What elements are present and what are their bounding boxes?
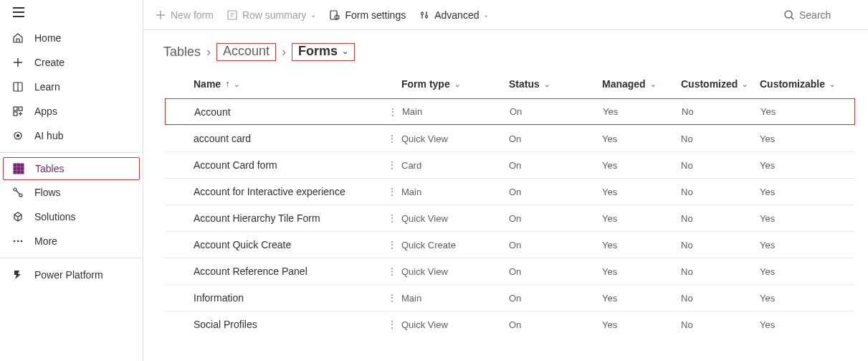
cell-customized: No xyxy=(682,106,760,117)
breadcrumb-root[interactable]: Tables xyxy=(163,44,201,60)
cell-customizable: Yes xyxy=(760,133,831,144)
sidebar-item-powerplatform[interactable]: Power Platform xyxy=(0,263,143,287)
svg-point-16 xyxy=(19,194,22,197)
cell-customized: No xyxy=(681,133,760,144)
sidebar-item-label: Solutions xyxy=(34,211,76,222)
row-more-button[interactable]: ⋮ xyxy=(387,319,401,330)
form-settings-button[interactable]: Form settings xyxy=(329,9,406,21)
ai-icon xyxy=(11,130,24,141)
chevron-down-icon: ⌄ xyxy=(544,80,550,88)
cell-customized: No xyxy=(681,240,760,250)
breadcrumb-account[interactable]: Account xyxy=(216,43,276,61)
cell-name: Social Profiles xyxy=(194,319,387,330)
hamburger-icon[interactable] xyxy=(13,7,24,17)
table-row[interactable]: Account Hierarchy Tile Form⋮Quick ViewOn… xyxy=(165,205,855,231)
svg-point-15 xyxy=(14,188,16,191)
sidebar-item-more[interactable]: More xyxy=(0,229,143,253)
sidebar-item-label: Tables xyxy=(35,163,64,174)
svg-rect-2 xyxy=(19,107,22,111)
column-form-type[interactable]: Form type⌄ xyxy=(401,78,509,90)
row-more-button[interactable]: ⋮ xyxy=(387,186,401,197)
advanced-button[interactable]: Advanced ⌄ xyxy=(419,9,489,21)
cell-status: On xyxy=(510,106,603,117)
sidebar-item-flows[interactable]: Flows xyxy=(0,180,143,205)
cell-status: On xyxy=(509,266,602,277)
sidebar-item-learn[interactable]: Learn xyxy=(0,75,143,99)
table-row[interactable]: Account Reference Panel⋮Quick ViewOnYesN… xyxy=(165,258,855,284)
svg-rect-9 xyxy=(14,167,16,170)
row-more-button[interactable]: ⋮ xyxy=(387,159,401,171)
sidebar-item-create[interactable]: Create xyxy=(0,50,143,75)
cell-status: On xyxy=(509,187,602,197)
chevron-down-icon: ⌄ xyxy=(650,80,656,88)
row-more-button[interactable]: ⋮ xyxy=(387,292,401,304)
table-row[interactable]: Account⋮MainOnYesNoYes xyxy=(165,98,855,125)
table-row[interactable]: Account Card form⋮CardOnYesNoYes xyxy=(165,151,855,178)
cell-customized: No xyxy=(681,160,760,171)
row-more-button[interactable]: ⋮ xyxy=(387,212,401,224)
breadcrumb-current-label: Forms xyxy=(298,44,338,59)
table-row[interactable]: Account Quick Create⋮Quick CreateOnYesNo… xyxy=(165,231,855,258)
chevron-down-icon: ⌄ xyxy=(483,11,489,19)
cell-managed: Yes xyxy=(602,293,681,304)
book-icon xyxy=(11,81,24,93)
column-customizable[interactable]: Customizable⌄ xyxy=(760,78,831,90)
cell-status: On xyxy=(509,133,602,144)
search-input[interactable] xyxy=(799,9,857,21)
svg-point-25 xyxy=(785,11,792,18)
cell-form-type: Main xyxy=(401,187,509,197)
column-status[interactable]: Status⌄ xyxy=(509,78,602,90)
sidebar-item-aihub[interactable]: AI hub xyxy=(0,123,143,148)
column-name[interactable]: Name↑⌄ xyxy=(194,78,387,90)
cell-customizable: Yes xyxy=(760,266,831,277)
sidebar-item-home[interactable]: Home xyxy=(0,26,143,50)
chevron-down-icon: ⌄ xyxy=(829,80,835,88)
svg-rect-13 xyxy=(17,171,20,174)
cell-customized: No xyxy=(681,319,760,330)
form-settings-icon xyxy=(329,9,340,21)
cell-customizable: Yes xyxy=(760,319,831,330)
breadcrumb-current[interactable]: Forms ⌄ xyxy=(292,43,355,61)
sidebar-item-label: Create xyxy=(34,57,65,68)
cell-customized: No xyxy=(681,187,760,197)
row-more-button[interactable]: ⋮ xyxy=(387,133,401,144)
tables-icon xyxy=(12,163,25,174)
cell-managed: Yes xyxy=(602,240,681,250)
plus-icon xyxy=(155,9,166,21)
sidebar: Home Create Learn Apps AI hub Tables xyxy=(0,0,143,361)
svg-point-5 xyxy=(17,135,19,137)
sidebar-item-label: More xyxy=(34,235,57,247)
table-row[interactable]: account card⋮Quick ViewOnYesNoYes xyxy=(165,125,855,151)
column-customized[interactable]: Customized⌄ xyxy=(681,78,760,90)
svg-rect-7 xyxy=(17,164,20,167)
svg-point-17 xyxy=(14,240,16,243)
cell-name: Information xyxy=(194,292,387,304)
cell-customizable: Yes xyxy=(760,293,831,304)
row-more-button[interactable]: ⋮ xyxy=(387,266,401,277)
sidebar-item-apps[interactable]: Apps xyxy=(0,99,143,123)
cell-customizable: Yes xyxy=(760,187,831,197)
table-row[interactable]: Account for Interactive experience⋮MainO… xyxy=(165,178,855,205)
sidebar-item-label: Home xyxy=(34,32,61,44)
sidebar-item-tables[interactable]: Tables xyxy=(3,157,140,180)
table-row[interactable]: Social Profiles⋮Quick ViewOnYesNoYes xyxy=(165,311,855,337)
search-box[interactable] xyxy=(783,9,857,21)
sidebar-item-solutions[interactable]: Solutions xyxy=(0,205,143,229)
chevron-down-icon: ⌄ xyxy=(454,80,460,88)
row-more-button[interactable]: ⋮ xyxy=(388,106,402,118)
cell-name: Account Reference Panel xyxy=(194,266,387,277)
cell-customized: No xyxy=(681,266,760,277)
cell-status: On xyxy=(509,319,602,330)
column-label: Managed xyxy=(602,78,646,90)
row-more-button[interactable]: ⋮ xyxy=(387,239,401,250)
cell-name: Account Hierarchy Tile Form xyxy=(194,212,387,224)
home-icon xyxy=(11,32,24,44)
sidebar-item-label: Power Platform xyxy=(34,269,103,281)
cell-status: On xyxy=(509,160,602,171)
cell-name: Account for Interactive experience xyxy=(194,186,387,197)
table-row[interactable]: Information⋮MainOnYesNoYes xyxy=(165,284,855,311)
column-managed[interactable]: Managed⌄ xyxy=(602,78,681,90)
svg-rect-1 xyxy=(14,107,17,111)
flows-icon xyxy=(11,187,24,198)
divider xyxy=(0,152,143,153)
